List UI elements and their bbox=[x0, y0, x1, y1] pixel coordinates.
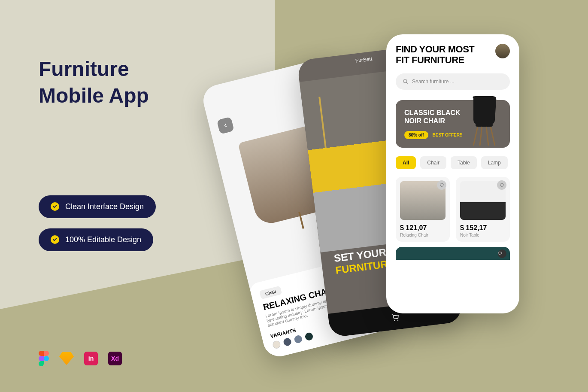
back-button[interactable] bbox=[217, 117, 234, 134]
svg-rect-3 bbox=[476, 123, 493, 127]
color-option[interactable] bbox=[304, 332, 314, 341]
xd-icon: Xd bbox=[108, 352, 122, 365]
svg-point-1 bbox=[397, 319, 399, 321]
svg-point-2 bbox=[403, 79, 407, 82]
discount-badge: 80% off bbox=[404, 131, 428, 139]
design-tools-row: in Xd bbox=[39, 351, 122, 366]
feature-pill-2: 100% Editable Design bbox=[39, 228, 153, 251]
promo-title: Furniture Mobile App bbox=[39, 56, 219, 109]
check-icon bbox=[51, 202, 59, 211]
category-all[interactable]: All bbox=[396, 156, 416, 169]
product-name: Relaxing Chair bbox=[400, 233, 446, 237]
feature-text-2: 100% Editable Design bbox=[65, 235, 141, 244]
search-placeholder: Search furniture ... bbox=[412, 79, 455, 85]
category-lamp[interactable]: Lamp bbox=[481, 156, 508, 169]
offer-text: BEST OFFER!! bbox=[433, 133, 463, 137]
svg-point-0 bbox=[394, 320, 395, 321]
title-line1: Furniture bbox=[39, 58, 129, 80]
color-option[interactable] bbox=[294, 334, 303, 344]
search-icon bbox=[403, 79, 409, 85]
category-chair[interactable]: Chair bbox=[420, 156, 446, 169]
headline-line1: FIND YOUR MOST bbox=[396, 44, 474, 55]
sketch-icon bbox=[59, 352, 74, 365]
home-headline: FIND YOUR MOST FIT FURNITURE bbox=[396, 44, 474, 66]
headline-line2: FIT FURNITURE bbox=[396, 55, 464, 65]
phone-home-screen: FIND YOUR MOST FIT FURNITURE Search furn… bbox=[386, 34, 519, 313]
figma-icon bbox=[39, 351, 49, 366]
promo-product-image bbox=[463, 94, 506, 150]
check-icon bbox=[51, 235, 59, 244]
lamp-graphic bbox=[318, 97, 327, 148]
product-card-peek[interactable] bbox=[396, 247, 510, 260]
product-card[interactable]: $ 152,17 Noir Table bbox=[456, 177, 510, 242]
avatar[interactable] bbox=[495, 44, 510, 58]
phone-mockups: Chair RELAXING CHAIR Lorem Ipsum is simp… bbox=[245, 26, 536, 369]
invision-icon: in bbox=[84, 352, 98, 365]
promo-card[interactable]: CLASSIC BLACK NOIR CHAIR 80% off BEST OF… bbox=[396, 100, 510, 148]
product-card[interactable]: $ 121,07 Relaxing Chair bbox=[396, 177, 450, 242]
color-option[interactable] bbox=[283, 337, 292, 346]
cart-icon bbox=[391, 313, 400, 322]
product-price: $ 121,07 bbox=[400, 224, 446, 232]
category-tabs: All Chair Table Lamp bbox=[396, 156, 510, 169]
product-price: $ 152,17 bbox=[460, 224, 506, 232]
favorite-icon[interactable] bbox=[498, 249, 506, 258]
feature-pill-1: Clean Interface Design bbox=[39, 195, 156, 218]
product-name: Noir Table bbox=[460, 233, 506, 237]
favorite-icon[interactable] bbox=[437, 180, 446, 190]
favorite-icon[interactable] bbox=[497, 180, 506, 190]
search-input[interactable]: Search furniture ... bbox=[396, 73, 510, 90]
category-chip: Chair bbox=[259, 286, 282, 300]
color-option[interactable] bbox=[272, 340, 281, 349]
category-table[interactable]: Table bbox=[451, 156, 477, 169]
feature-text-1: Clean Interface Design bbox=[65, 202, 144, 211]
title-line2: Mobile App bbox=[39, 84, 149, 107]
